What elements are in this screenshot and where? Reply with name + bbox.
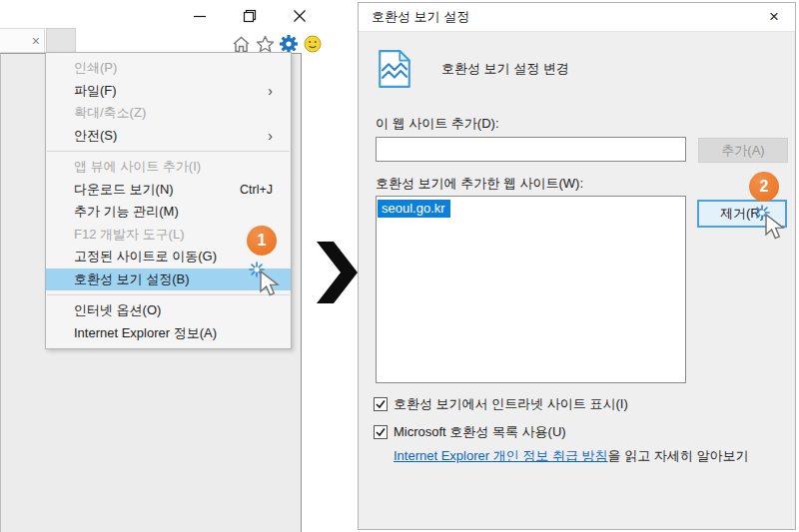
tools-button[interactable] [279,34,299,54]
intranet-checkbox-label: 호환성 보기에서 인트라넷 사이트 표시(I) [394,395,628,413]
dialog-titlebar[interactable]: 호환성 보기 설정 × [359,3,795,32]
menu-item-about-ie[interactable]: Internet Explorer 정보(A) [46,322,291,345]
add-website-label: 이 웹 사이트 추가(D): [376,115,499,133]
window-controls [190,6,310,26]
add-website-input[interactable] [376,137,686,162]
home-button[interactable] [231,34,251,54]
ms-list-checkbox-row: Microsoft 호환성 목록 사용(U) [374,423,566,441]
menu-item-add-to-app-view: 앱 뷰에 사이트 추가(I) [46,156,291,179]
dialog-header: 호환성 보기 설정 변경 [378,49,569,89]
menu-item-view-downloads[interactable]: 다운로드 보기(N)Ctrl+J [46,179,291,202]
compatibility-broken-page-icon [378,49,411,89]
favorites-button[interactable] [255,34,275,54]
browser-toolbar [231,34,323,54]
menu-separator [47,151,290,152]
compatibility-view-settings-dialog: 호환성 보기 설정 × 호환성 보기 설정 변경 이 웹 사이트 추가(D): … [358,2,796,530]
add-button: 추가(A) [698,138,788,163]
menu-item-internet-options[interactable]: 인터넷 옵션(O) [46,299,291,322]
step-1-badge: 1 [247,226,277,256]
menu-item-zoom: 확대/축소(Z) [46,102,291,125]
dialog-header-text: 호환성 보기 설정 변경 [441,60,569,78]
new-tab-button[interactable] [46,28,76,53]
privacy-statement-suffix: 을 읽고 자세히 알아보기 [608,448,749,463]
privacy-statement-link[interactable]: Internet Explorer 개인 정보 취급 방침 [394,448,608,463]
tab-close-icon[interactable]: × [32,34,40,48]
added-websites-listbox[interactable]: seoul.go.kr [376,196,686,383]
tools-menu: 인쇄(P) 파일(F)› 확대/축소(Z) 안전(S)› 앱 뷰에 사이트 추가… [45,52,292,349]
list-item-selected[interactable]: seoul.go.kr [378,200,450,218]
click-cursor-icon [248,261,284,300]
minimize-icon [193,9,207,23]
tools-gear-icon [279,34,299,54]
home-icon [232,36,251,53]
restore-icon [243,9,257,23]
screenshot-canvas: × [0,0,799,532]
submenu-arrow-icon: › [268,129,273,143]
menu-item-manage-addons[interactable]: 추가 기능 관리(M) [46,201,291,224]
dialog-close-button[interactable]: × [761,5,787,29]
restore-button[interactable] [240,6,260,26]
checkbox-checked-icon[interactable] [374,425,388,439]
menu-item-print: 인쇄(P) [46,57,291,80]
step-2-badge: 2 [749,172,779,202]
feedback-smiley-icon [304,35,322,53]
dialog-title: 호환성 보기 설정 [359,8,469,26]
favorites-star-icon [256,35,275,53]
feedback-button[interactable] [303,34,323,54]
shortcut-label: Ctrl+J [240,183,273,197]
intranet-checkbox-row: 호환성 보기에서 인트라넷 사이트 표시(I) [374,395,628,413]
click-cursor-icon [753,204,789,244]
next-step-arrow-icon [317,242,358,305]
close-window-button[interactable] [290,6,310,26]
added-websites-label: 호환성 보기에 추가한 웹 사이트(W): [376,175,583,193]
menu-item-safety[interactable]: 안전(S)› [46,125,291,148]
browser-tab[interactable]: × [0,28,45,53]
checkbox-checked-icon[interactable] [374,397,388,411]
minimize-button[interactable] [190,6,210,26]
ms-list-checkbox-label: Microsoft 호환성 목록 사용(U) [394,423,566,441]
close-icon [293,9,307,23]
privacy-statement-row: Internet Explorer 개인 정보 취급 방침을 읽고 자세히 알아… [394,447,748,465]
submenu-arrow-icon: › [268,84,273,98]
menu-item-file[interactable]: 파일(F)› [46,80,291,103]
